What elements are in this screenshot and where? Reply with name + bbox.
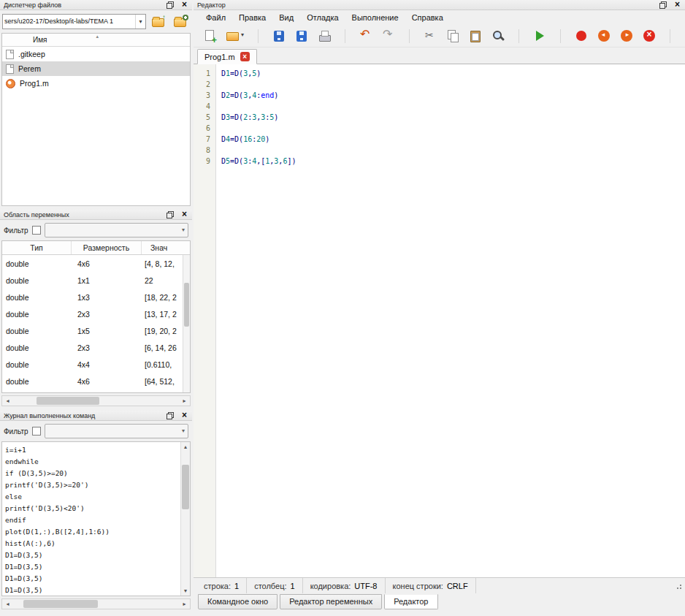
toggle-breakpoint-icon[interactable]	[574, 28, 589, 43]
variable-row[interactable]: double2x3[13, 17, 2	[2, 305, 190, 322]
scroll-up-arrow-icon[interactable]	[181, 442, 190, 452]
editor-tab[interactable]: Prog1.m	[197, 49, 257, 64]
folder-up-button[interactable]	[149, 12, 168, 30]
menu-item-2[interactable]: Правка	[232, 12, 272, 23]
scroll-right-arrow-icon[interactable]	[179, 599, 190, 609]
find-replace-icon[interactable]	[491, 28, 505, 43]
menu-item-1[interactable]: Файл	[199, 12, 232, 23]
code-editor[interactable]: 123456789 D1=D(3,5) D2=D(3,4:end) D3=D(2…	[194, 64, 685, 577]
folder-actions-button[interactable]	[171, 12, 190, 30]
copy-icon[interactable]	[445, 28, 460, 43]
cut-icon[interactable]	[423, 28, 437, 43]
scroll-left-arrow-icon[interactable]	[2, 396, 13, 406]
code-line[interactable]	[221, 145, 685, 156]
undock-icon[interactable]	[659, 1, 667, 9]
file-row[interactable]: .gitkeep	[2, 47, 190, 61]
scroll-left-arrow-icon[interactable]	[2, 599, 13, 609]
save-icon[interactable]	[272, 28, 286, 43]
remove-breakpoints-icon[interactable]	[642, 28, 657, 43]
history-command[interactable]: printf('D(3,5)>=20')	[5, 479, 180, 491]
menu-item-4[interactable]: Отладка	[300, 12, 345, 23]
scrollbar-thumb[interactable]	[37, 397, 99, 405]
run-file-icon[interactable]	[532, 28, 547, 43]
name-column-header[interactable]: Имя	[2, 34, 190, 47]
history-command[interactable]: endif	[5, 514, 180, 526]
print-icon[interactable]	[317, 28, 332, 43]
horizontal-scrollbar[interactable]	[1, 598, 191, 609]
variable-row[interactable]: double1x3[18, 22, 2	[2, 289, 190, 305]
menu-item-6[interactable]: Справка	[405, 12, 450, 23]
history-command[interactable]: if (D(3,5)>=20)	[5, 468, 180, 479]
history-command[interactable]: D1=D(3,5)	[5, 561, 180, 573]
history-command[interactable]: D1=D(3,5)	[5, 550, 180, 561]
file-row[interactable]: Prog1.m	[2, 76, 190, 91]
new-script-icon[interactable]	[202, 28, 217, 43]
filter-combobox[interactable]	[45, 424, 188, 438]
next-breakpoint-icon[interactable]	[619, 28, 634, 43]
redo-icon[interactable]	[381, 28, 396, 43]
code-line[interactable]: D2=D(3,4:end)	[221, 90, 685, 101]
history-command[interactable]: hist(A(:),6)	[5, 538, 180, 550]
file-row[interactable]: Perem	[2, 61, 190, 76]
scroll-right-arrow-icon[interactable]	[179, 396, 190, 406]
history-command[interactable]: plot(D(1,:),B([2,4],1:6))	[5, 526, 180, 538]
history-command[interactable]: i=i+1	[5, 444, 180, 456]
variable-row[interactable]: double1x5[19, 20, 2	[2, 322, 190, 339]
filter-checkbox[interactable]	[32, 427, 41, 436]
history-command[interactable]: else	[5, 491, 180, 503]
scrollbar-track[interactable]	[13, 599, 179, 609]
history-command[interactable]: endwhile	[5, 456, 180, 468]
resize-grip[interactable]	[675, 582, 682, 590]
paste-icon[interactable]	[468, 28, 483, 43]
history-command[interactable]: D1=D(3,5)	[5, 573, 180, 585]
close-icon[interactable]	[180, 1, 188, 9]
code-line[interactable]: D1=D(3,5)	[221, 68, 685, 79]
menu-item-5[interactable]: Выполнение	[345, 12, 405, 23]
bottom-tab-3[interactable]: Редактор	[384, 594, 437, 609]
filter-combobox[interactable]	[45, 223, 188, 237]
scrollbar-thumb[interactable]	[184, 283, 189, 327]
variable-row[interactable]: double1x122	[2, 272, 190, 289]
menu-item-3[interactable]: Вид	[272, 12, 300, 23]
column-header-dimension[interactable]: Размерность	[72, 241, 142, 254]
close-icon[interactable]	[180, 411, 188, 419]
close-icon[interactable]	[180, 210, 188, 218]
save-as-icon[interactable]	[294, 28, 309, 43]
column-header-value[interactable]: Знач	[142, 241, 190, 254]
history-command[interactable]: D1=D(3,5)	[5, 585, 180, 596]
path-combobox[interactable]: sers/u202-17/Desktop/it-labs/TEMA 1	[2, 14, 146, 29]
editor-code[interactable]: D1=D(3,5) D2=D(3,4:end) D3=D(2:3,3:5) D4…	[216, 64, 685, 577]
code-line[interactable]: D4=D(16:20)	[221, 134, 685, 145]
vertical-scrollbar[interactable]	[180, 442, 190, 596]
undock-icon[interactable]	[167, 211, 174, 218]
code-line[interactable]	[221, 101, 685, 112]
scroll-down-arrow-icon[interactable]	[181, 586, 190, 596]
prev-breakpoint-icon[interactable]	[597, 28, 611, 43]
history-command[interactable]: printf('D(3,5)<20')	[5, 503, 180, 514]
chevron-down-icon[interactable]	[135, 15, 145, 28]
horizontal-scrollbar[interactable]	[1, 395, 191, 406]
scrollbar-track[interactable]	[181, 452, 190, 586]
undo-icon[interactable]	[359, 28, 373, 43]
bottom-tab-1[interactable]: Командное окно	[198, 594, 278, 609]
undock-icon[interactable]	[167, 412, 174, 419]
variable-row[interactable]: double4x6[4, 8, 12,	[2, 255, 190, 272]
undock-icon[interactable]	[167, 1, 174, 9]
scrollbar-thumb[interactable]	[182, 465, 189, 509]
tab-close-icon[interactable]	[240, 52, 250, 61]
scrollbar-track[interactable]	[13, 396, 179, 406]
column-header-type[interactable]: Тип	[2, 241, 72, 254]
variable-row[interactable]: double4x4[0.6110,	[2, 356, 190, 373]
bottom-tab-2[interactable]: Редактор переменных	[280, 594, 382, 609]
code-line[interactable]	[221, 79, 685, 90]
vertical-scrollbar[interactable]	[183, 255, 190, 392]
code-line[interactable]	[221, 123, 685, 134]
code-line[interactable]: D3=D(2:3,3:5)	[221, 112, 685, 123]
scrollbar-thumb[interactable]	[23, 600, 98, 608]
open-icon[interactable]	[225, 28, 245, 43]
filter-checkbox[interactable]	[32, 226, 41, 235]
close-icon[interactable]	[673, 1, 681, 9]
variable-row[interactable]: double4x6[64, 512,	[2, 373, 190, 389]
variable-row[interactable]: double2x3[6, 14, 26	[2, 339, 190, 356]
code-line[interactable]: D5=D(3:4,[1,3,6])	[221, 156, 685, 167]
